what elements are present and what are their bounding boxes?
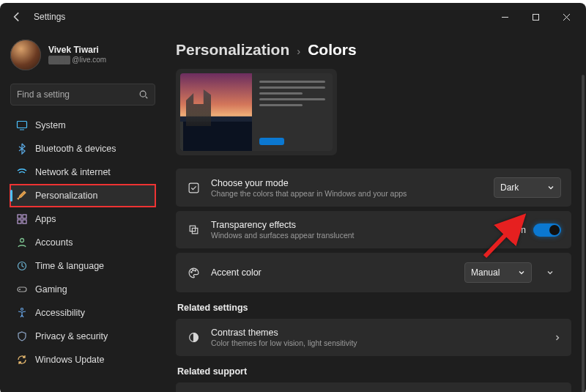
svg-point-14 xyxy=(190,271,192,273)
sidebar-item-accounts[interactable]: Accounts xyxy=(10,232,155,254)
dropdown-value: Dark xyxy=(500,182,519,193)
back-button[interactable] xyxy=(10,10,23,23)
sidebar-item-update[interactable]: Windows Update xyxy=(10,349,155,371)
svg-point-7 xyxy=(21,239,24,243)
svg-rect-0 xyxy=(533,14,538,20)
sidebar-item-apps[interactable]: Apps xyxy=(10,208,155,230)
close-button[interactable] xyxy=(551,6,582,28)
sidebar-item-label: Privacy & security xyxy=(35,331,108,341)
gaming-icon xyxy=(16,284,28,295)
shield-icon xyxy=(16,330,28,342)
row-transparency[interactable]: Transparency effects Windows and surface… xyxy=(176,211,571,248)
update-icon xyxy=(16,354,28,366)
wifi-icon xyxy=(16,166,28,178)
person-icon xyxy=(16,237,28,248)
svg-rect-5 xyxy=(18,220,21,223)
row-subtitle: Change the colors that appear in Windows… xyxy=(211,189,483,198)
sidebar-item-gaming[interactable]: Gaming xyxy=(10,278,155,300)
sidebar-item-accessibility[interactable]: Accessibility xyxy=(10,302,155,324)
sidebar-item-privacy[interactable]: Privacy & security xyxy=(10,325,155,347)
svg-point-1 xyxy=(140,91,146,97)
svg-point-10 xyxy=(21,308,23,311)
scrollbar[interactable] xyxy=(582,75,585,392)
svg-point-16 xyxy=(194,270,196,271)
sidebar-item-network[interactable]: Network & internet xyxy=(10,161,155,183)
bluetooth-icon xyxy=(16,143,28,155)
svg-rect-2 xyxy=(18,122,27,128)
row-title: Contrast themes xyxy=(211,328,544,338)
row-help-colors[interactable]: Help with Colors xyxy=(176,382,571,392)
clock-globe-icon xyxy=(16,260,28,272)
section-related-settings: Related settings xyxy=(177,303,570,313)
search-input[interactable] xyxy=(17,89,133,100)
accessibility-icon xyxy=(16,307,28,319)
sidebar-item-time[interactable]: Time & language xyxy=(10,255,155,277)
sidebar-item-bluetooth[interactable]: Bluetooth & devices xyxy=(10,138,155,160)
dropdown-value: Manual xyxy=(471,267,500,278)
sidebar-item-label: Personalization xyxy=(35,191,97,201)
profile-block[interactable]: Vivek Tiwari ████@live.com xyxy=(10,35,155,81)
row-subtitle: Windows and surfaces appear translucent xyxy=(211,231,504,240)
sidebar-item-label: Time & language xyxy=(35,261,104,271)
chevron-right-icon xyxy=(554,334,561,341)
breadcrumb-parent[interactable]: Personalization xyxy=(176,41,289,59)
contrast-icon xyxy=(186,330,201,345)
sidebar-item-label: Gaming xyxy=(35,284,67,295)
chevron-down-icon xyxy=(518,269,525,276)
row-contrast-themes[interactable]: Contrast themes Color themes for low vis… xyxy=(176,319,571,356)
theme-preview xyxy=(176,69,337,155)
toggle-state-label: On xyxy=(514,225,526,235)
maximize-button[interactable] xyxy=(520,6,551,28)
chevron-down-icon xyxy=(547,184,555,191)
expand-button[interactable] xyxy=(539,262,561,284)
svg-rect-4 xyxy=(23,215,26,218)
search-box[interactable] xyxy=(10,84,155,106)
chevron-right-icon: › xyxy=(297,45,300,57)
row-title: Choose your mode xyxy=(211,178,483,188)
wallpaper-preview xyxy=(180,73,252,151)
brush-icon xyxy=(186,180,201,195)
row-title: Accent color xyxy=(211,267,454,278)
paintbrush-icon xyxy=(16,190,28,201)
row-accent-color[interactable]: Accent color Manual xyxy=(176,253,571,292)
app-title: Settings xyxy=(34,12,65,22)
minimize-button[interactable] xyxy=(489,6,520,28)
profile-email: ████@live.com xyxy=(48,56,106,64)
sidebar-item-label: Accounts xyxy=(35,237,73,248)
main-content: Personalization › Colors Choose your mod… xyxy=(161,31,586,392)
sidebar-item-label: Accessibility xyxy=(35,308,85,318)
transparency-toggle[interactable] xyxy=(533,223,561,237)
avatar xyxy=(10,40,41,70)
apps-icon xyxy=(16,213,28,225)
svg-rect-6 xyxy=(23,220,26,223)
sidebar-item-system[interactable]: System xyxy=(10,114,155,136)
profile-name: Vivek Tiwari xyxy=(48,45,106,56)
palette-icon xyxy=(186,265,201,280)
page-title: Colors xyxy=(308,41,357,59)
titlebar: Settings xyxy=(0,3,586,31)
transparency-icon xyxy=(186,223,201,237)
sidebar-item-label: Windows Update xyxy=(35,355,105,365)
sidebar-item-label: System xyxy=(35,120,66,130)
sidebar: Vivek Tiwari ████@live.com System xyxy=(0,31,161,392)
svg-rect-9 xyxy=(18,287,26,292)
sidebar-item-label: Bluetooth & devices xyxy=(35,144,116,154)
section-related-support: Related support xyxy=(177,366,570,377)
svg-rect-11 xyxy=(189,183,199,193)
row-choose-mode[interactable]: Choose your mode Change the colors that … xyxy=(176,169,571,207)
svg-point-15 xyxy=(192,269,193,270)
nav: System Bluetooth & devices Network & int… xyxy=(10,114,155,371)
row-subtitle: Color themes for low vision, light sensi… xyxy=(211,339,544,347)
settings-window: Settings Vivek Tiwari ████@live.com xyxy=(0,3,586,392)
sidebar-item-personalization[interactable]: Personalization xyxy=(10,185,155,207)
mode-dropdown[interactable]: Dark xyxy=(494,177,561,198)
sidebar-item-label: Network & internet xyxy=(35,167,111,177)
row-title: Transparency effects xyxy=(211,220,504,230)
system-icon xyxy=(16,119,28,131)
svg-rect-3 xyxy=(18,215,21,218)
accent-dropdown[interactable]: Manual xyxy=(464,262,532,283)
search-icon xyxy=(138,89,149,100)
sidebar-item-label: Apps xyxy=(35,214,56,224)
breadcrumb: Personalization › Colors xyxy=(176,34,571,69)
window-preview xyxy=(252,73,333,151)
